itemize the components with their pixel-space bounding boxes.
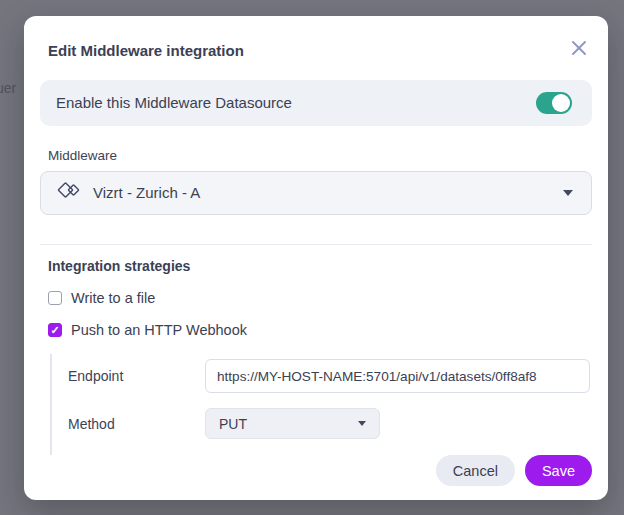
middleware-field-label: Middleware: [48, 148, 592, 163]
caret-down-icon: [358, 421, 366, 426]
write-to-file-option[interactable]: ✓ Write to a file: [48, 290, 592, 306]
enable-datasource-toggle[interactable]: [536, 92, 572, 114]
push-webhook-option[interactable]: ✓ Push to an HTTP Webhook: [48, 322, 592, 338]
method-label: Method: [68, 416, 205, 432]
edit-middleware-integration-modal: Edit Middleware integration Enable this …: [24, 16, 608, 500]
close-icon: [570, 45, 588, 60]
enable-datasource-label: Enable this Middleware Datasource: [56, 94, 292, 111]
modal-header: Edit Middleware integration: [40, 33, 592, 59]
cancel-button[interactable]: Cancel: [436, 455, 515, 486]
push-webhook-checkbox[interactable]: ✓: [48, 323, 62, 337]
close-button[interactable]: [570, 33, 592, 57]
background-page-text: uer: [0, 80, 16, 96]
endpoint-input[interactable]: [205, 359, 590, 393]
webhook-settings-group: Endpoint Method PUT: [50, 354, 592, 455]
enable-datasource-row: Enable this Middleware Datasource: [40, 80, 592, 126]
section-divider: [40, 244, 592, 245]
integration-strategies-heading: Integration strategies: [48, 258, 592, 274]
modal-title: Edit Middleware integration: [40, 33, 244, 59]
save-button[interactable]: Save: [525, 455, 592, 486]
write-to-file-checkbox[interactable]: ✓: [48, 291, 62, 305]
endpoint-row: Endpoint: [68, 359, 592, 393]
write-to-file-label: Write to a file: [71, 290, 155, 306]
method-select[interactable]: PUT: [205, 408, 380, 439]
method-selected-value: PUT: [219, 416, 247, 432]
middleware-selected-value: Vizrt - Zurich - A: [93, 184, 553, 201]
endpoint-label: Endpoint: [68, 368, 205, 384]
overlapping-diamonds-icon: [56, 180, 83, 206]
middleware-select[interactable]: Vizrt - Zurich - A: [40, 171, 592, 215]
caret-down-icon: [563, 190, 573, 196]
push-webhook-label: Push to an HTTP Webhook: [71, 322, 247, 338]
method-row: Method PUT: [68, 408, 592, 439]
modal-footer: Cancel Save: [40, 455, 592, 486]
toggle-knob: [552, 94, 570, 112]
